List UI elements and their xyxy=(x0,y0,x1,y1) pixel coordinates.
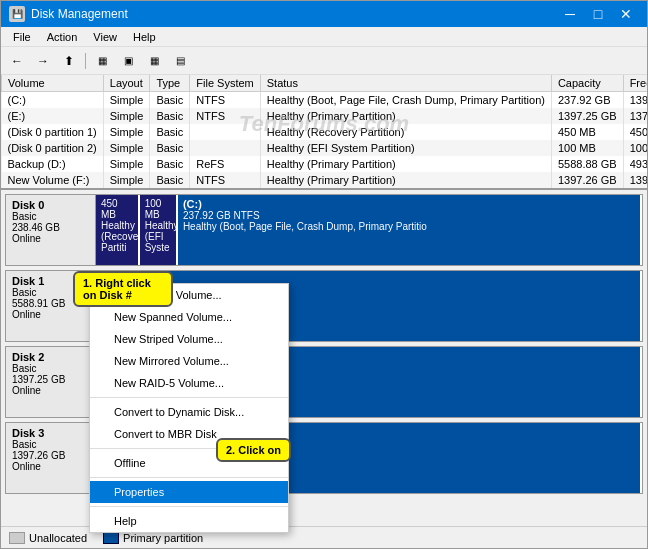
ctx-item-new-striped-volume---[interactable]: New Striped Volume... xyxy=(90,328,288,350)
table-cell: Simple xyxy=(103,92,150,109)
table-cell: Healthy (Primary Partition) xyxy=(260,172,551,188)
partition-0-2[interactable]: (C:) 237.92 GB NTFS Healthy (Boot, Page … xyxy=(178,195,642,265)
menu-help[interactable]: Help xyxy=(125,29,164,45)
col-freespace: Free Space xyxy=(623,75,647,92)
part-status: Healthy (Boot, Page File, Crash Dump, Pr… xyxy=(183,221,635,232)
disk-label-3: Disk 3 Basic 1397.26 GB Online xyxy=(6,423,96,493)
table-cell: NTFS xyxy=(190,92,260,109)
partition-0-1[interactable]: 100 MB Healthy (EFI Syste xyxy=(140,195,178,265)
ctx-item-properties[interactable]: Properties xyxy=(90,481,288,503)
part-status: Healthy (EFI Syste xyxy=(145,220,171,253)
table-cell: 1397.26 GB xyxy=(551,172,623,188)
disk-name: Disk 2 xyxy=(12,351,89,363)
primary-swatch xyxy=(103,532,119,544)
table-cell: Basic xyxy=(150,172,190,188)
table-cell: 5588.88 GB xyxy=(551,156,623,172)
menu-view[interactable]: View xyxy=(85,29,125,45)
col-capacity: Capacity xyxy=(551,75,623,92)
table-cell: 1397.25 GB xyxy=(551,108,623,124)
volume-table: Volume Layout Type File System Status Ca… xyxy=(1,75,647,188)
ctx-item-new-spanned-volume---[interactable]: New Spanned Volume... xyxy=(90,306,288,328)
callout-step2: 2. Click on xyxy=(216,438,291,462)
table-cell: Healthy (Recovery Partition) xyxy=(260,124,551,140)
table-cell xyxy=(190,140,260,156)
ctx-item-new-raid-5-volume---[interactable]: New RAID-5 Volume... xyxy=(90,372,288,394)
back-button[interactable]: ← xyxy=(5,50,29,72)
menu-bar: File Action View Help xyxy=(1,27,647,47)
partition-0-0[interactable]: 450 MB Healthy (Recovery Partiti xyxy=(96,195,140,265)
col-volume: Volume xyxy=(2,75,104,92)
unallocated-label: Unallocated xyxy=(29,532,87,544)
disk-label-2: Disk 2 Basic 1397.25 GB Online xyxy=(6,347,96,417)
table-cell: Basic xyxy=(150,108,190,124)
table-cell: Simple xyxy=(103,140,150,156)
table-cell: Basic xyxy=(150,156,190,172)
table-cell: 1397.04 GB xyxy=(623,172,647,188)
forward-button[interactable]: → xyxy=(31,50,55,72)
close-button[interactable]: ✕ xyxy=(613,3,639,25)
table-row[interactable]: (E:)SimpleBasicNTFSHealthy (Primary Part… xyxy=(2,108,648,124)
disk-type: Basic xyxy=(12,363,89,374)
table-cell: (E:) xyxy=(2,108,104,124)
table-cell: Simple xyxy=(103,124,150,140)
disk-size: 238.46 GB xyxy=(12,222,89,233)
toolbar-btn2[interactable]: ▣ xyxy=(116,50,140,72)
disk-name: Disk 0 xyxy=(12,199,89,211)
disk-type: Basic xyxy=(12,211,89,222)
table-cell: 139.94 GB xyxy=(623,92,647,109)
table-cell: 450 MB xyxy=(551,124,623,140)
disk-size: 1397.25 GB xyxy=(12,374,89,385)
up-button[interactable]: ⬆ xyxy=(57,50,81,72)
table-cell: Healthy (Primary Partition) xyxy=(260,108,551,124)
table-cell: NTFS xyxy=(190,108,260,124)
table-cell: (C:) xyxy=(2,92,104,109)
table-row[interactable]: (Disk 0 partition 2)SimpleBasicHealthy (… xyxy=(2,140,648,156)
volume-table-container: Volume Layout Type File System Status Ca… xyxy=(1,75,647,190)
window-title: Disk Management xyxy=(31,7,128,21)
app-icon: 💾 xyxy=(9,6,25,22)
part-name: (C:) xyxy=(183,198,635,210)
ctx-item-convert-to-dynamic-disk---[interactable]: Convert to Dynamic Disk... xyxy=(90,401,288,423)
legend-primary: Primary partition xyxy=(103,532,203,544)
part-status: Healthy (Recovery Partiti xyxy=(101,220,133,253)
table-row[interactable]: (Disk 0 partition 1)SimpleBasicHealthy (… xyxy=(2,124,648,140)
title-bar-left: 💾 Disk Management xyxy=(9,6,128,22)
ctx-item-new-mirrored-volume---[interactable]: New Mirrored Volume... xyxy=(90,350,288,372)
toolbar-divider xyxy=(85,53,86,69)
legend-unallocated: Unallocated xyxy=(9,532,87,544)
table-cell: Healthy (Primary Partition) xyxy=(260,156,551,172)
disk-partitions-0: 450 MB Healthy (Recovery Partiti100 MB H… xyxy=(96,195,642,265)
toolbar-btn4[interactable]: ▤ xyxy=(168,50,192,72)
table-cell: 4937.62 GB xyxy=(623,156,647,172)
table-cell: 450 MB xyxy=(623,124,647,140)
disk-row-0[interactable]: Disk 0 Basic 238.46 GB Online450 MB Heal… xyxy=(5,194,643,266)
col-status: Status xyxy=(260,75,551,92)
toolbar-btn3[interactable]: ▦ xyxy=(142,50,166,72)
table-cell: Basic xyxy=(150,140,190,156)
table-cell: 100 MB xyxy=(551,140,623,156)
disk-management-window: 💾 Disk Management ─ □ ✕ File Action View… xyxy=(0,0,648,549)
disk-label-0: Disk 0 Basic 238.46 GB Online xyxy=(6,195,96,265)
menu-file[interactable]: File xyxy=(5,29,39,45)
table-cell: 1376.14 GB xyxy=(623,108,647,124)
table-row[interactable]: New Volume (F:)SimpleBasicNTFSHealthy (P… xyxy=(2,172,648,188)
maximize-button[interactable]: □ xyxy=(585,3,611,25)
ctx-item-help[interactable]: Help xyxy=(90,510,288,532)
toolbar-btn1[interactable]: ▦ xyxy=(90,50,114,72)
part-size: 450 MB xyxy=(101,198,133,220)
disk-type: Basic xyxy=(12,439,89,450)
toolbar: ← → ⬆ ▦ ▣ ▦ ▤ xyxy=(1,47,647,75)
table-row[interactable]: Backup (D:)SimpleBasicReFSHealthy (Prima… xyxy=(2,156,648,172)
table-cell: Basic xyxy=(150,124,190,140)
table-cell: 100 MB xyxy=(623,140,647,156)
table-row[interactable]: (C:)SimpleBasicNTFSHealthy (Boot, Page F… xyxy=(2,92,648,109)
minimize-button[interactable]: ─ xyxy=(557,3,583,25)
col-filesystem: File System xyxy=(190,75,260,92)
context-menu: New Simple Volume...New Spanned Volume..… xyxy=(89,283,289,533)
table-cell: NTFS xyxy=(190,172,260,188)
unallocated-swatch xyxy=(9,532,25,544)
menu-action[interactable]: Action xyxy=(39,29,86,45)
table-cell: (Disk 0 partition 1) xyxy=(2,124,104,140)
main-content: TenForums.com Volume Layout Type File Sy… xyxy=(1,75,647,548)
table-cell: Simple xyxy=(103,156,150,172)
